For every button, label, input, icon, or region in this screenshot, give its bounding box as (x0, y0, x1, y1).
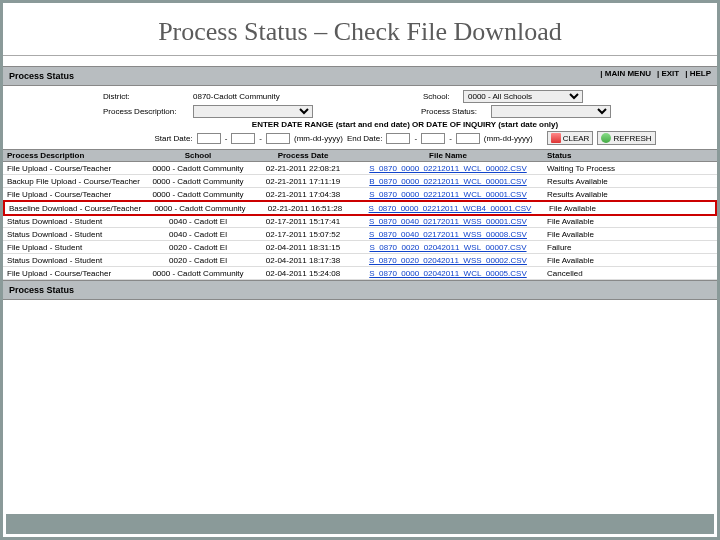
school-select[interactable]: 0000 - All Schools (463, 90, 583, 103)
pdesc-select[interactable] (193, 105, 313, 118)
cell-process-description: File Upload - Course/Teacher (3, 267, 143, 279)
table-row: Baseline Download - Course/Teacher0000 -… (3, 200, 717, 216)
exit-link[interactable]: | EXIT (657, 67, 679, 81)
pdesc-label: Process Description: (103, 107, 193, 116)
cell-process-date: 02-04-2011 15:24:08 (253, 267, 353, 279)
cell-school: 0000 - Cadott Community (143, 267, 253, 279)
cell-status: File Available (543, 228, 663, 240)
cell-file-name[interactable]: S_0870_0000_02212011_WCL_00002.CSV (353, 162, 543, 174)
slide-footer-bar (6, 514, 714, 534)
end-yy[interactable] (456, 133, 480, 144)
cell-process-date: 02-21-2011 16:51:28 (255, 202, 355, 214)
end-date-label: End Date: (347, 134, 383, 143)
cell-status: File Available (543, 215, 663, 227)
refresh-icon (601, 133, 611, 143)
cell-file-name[interactable]: S_0870_0020_02042011_WSS_00002.CSV (353, 254, 543, 266)
cell-process-description: Status Download - Student (3, 228, 143, 240)
table-row: File Upload - Student0020 - Cadott El02-… (3, 241, 717, 254)
help-link[interactable]: | HELP (685, 67, 711, 81)
cell-file-name[interactable]: B_0870_0000_02212011_WCL_00001.CSV (353, 175, 543, 187)
slide-title: Process Status – Check File Download (3, 3, 717, 49)
school-label: School: (423, 92, 463, 101)
cell-process-date: 02-21-2011 22:08:21 (253, 162, 353, 174)
cell-process-date: 02-04-2011 18:17:38 (253, 254, 353, 266)
cell-file-name[interactable]: S_0870_0000_02212011_WCB4_00001.CSV (355, 202, 545, 214)
start-dd[interactable] (231, 133, 255, 144)
table-body: File Upload - Course/Teacher0000 - Cadot… (3, 162, 717, 280)
col-status[interactable]: Status (543, 150, 663, 161)
cell-status: Results Available (543, 175, 663, 187)
cell-file-name[interactable]: S_0870_0040_02172011_WSS_00008.CSV (353, 228, 543, 240)
cell-process-description: File Upload - Course/Teacher (3, 188, 143, 200)
cell-process-date: 02-04-2011 18:31:15 (253, 241, 353, 253)
cell-status: File Available (543, 254, 663, 266)
cell-school: 0000 - Cadott Community (143, 188, 253, 200)
refresh-button[interactable]: REFRESH (597, 131, 655, 145)
pstatus-select[interactable] (491, 105, 611, 118)
table-row: File Upload - Course/Teacher0000 - Cadot… (3, 162, 717, 175)
cell-school: 0000 - Cadott Community (145, 202, 255, 214)
cell-school: 0040 - Cadott El (143, 228, 253, 240)
cell-process-description: File Upload - Course/Teacher (3, 162, 143, 174)
cell-process-description: Baseline Download - Course/Teacher (5, 202, 145, 214)
cell-file-name[interactable]: S_0870_0000_02212011_WCL_00001.CSV (353, 188, 543, 200)
col-process-description[interactable]: Process Description (3, 150, 143, 161)
table-row: Backup File Upload - Course/Teacher0000 … (3, 175, 717, 188)
filter-area: District: 0870-Cadott Community School: … (3, 86, 717, 149)
cell-process-date: 02-17-2011 15:07:52 (253, 228, 353, 240)
footer-header: Process Status (3, 280, 717, 300)
cell-process-description: Status Download - Student (3, 215, 143, 227)
cell-status: Results Available (543, 188, 663, 200)
clear-button[interactable]: CLEAR (547, 131, 594, 145)
table-row: Status Download - Student0020 - Cadott E… (3, 254, 717, 267)
cell-process-description: Status Download - Student (3, 254, 143, 266)
table-row: File Upload - Course/Teacher0000 - Cadot… (3, 267, 717, 280)
end-fmt: (mm-dd-yyyy) (484, 134, 533, 143)
cell-file-name[interactable]: S_0870_0000_02042011_WCL_00005.CSV (353, 267, 543, 279)
cell-school: 0020 - Cadott El (143, 241, 253, 253)
pstatus-label: Process Status: (421, 107, 491, 116)
cell-school: 0000 - Cadott Community (143, 175, 253, 187)
cell-status: Cancelled (543, 267, 663, 279)
main-menu-link[interactable]: | MAIN MENU (600, 67, 651, 81)
start-yy[interactable] (266, 133, 290, 144)
table-row: Status Download - Student0040 - Cadott E… (3, 215, 717, 228)
panel-header: Process Status | MAIN MENU | EXIT | HELP (3, 66, 717, 86)
cell-file-name[interactable]: S_0870_0020_02042011_WSL_00007.CSV (353, 241, 543, 253)
cell-school: 0000 - Cadott Community (143, 162, 253, 174)
cell-school: 0020 - Cadott El (143, 254, 253, 266)
col-school[interactable]: School (143, 150, 253, 161)
clear-icon (551, 133, 561, 143)
cell-status: File Available (545, 202, 665, 214)
cell-school: 0040 - Cadott El (143, 215, 253, 227)
start-date-label: Start Date: (154, 134, 192, 143)
district-label: District: (103, 92, 193, 101)
cell-process-description: File Upload - Student (3, 241, 143, 253)
cell-status: Failure (543, 241, 663, 253)
cell-process-description: Backup File Upload - Course/Teacher (3, 175, 143, 187)
end-mm[interactable] (386, 133, 410, 144)
end-dd[interactable] (421, 133, 445, 144)
cell-process-date: 02-21-2011 17:11:19 (253, 175, 353, 187)
cell-status: Waiting To Process (543, 162, 663, 174)
cell-process-date: 02-21-2011 17:04:38 (253, 188, 353, 200)
start-mm[interactable] (197, 133, 221, 144)
table-header: Process Description School Process Date … (3, 149, 717, 162)
col-file-name[interactable]: File Name (353, 150, 543, 161)
start-fmt: (mm-dd-yyyy) (294, 134, 343, 143)
cell-process-date: 02-17-2011 15:17:41 (253, 215, 353, 227)
table-row: File Upload - Course/Teacher0000 - Cadot… (3, 188, 717, 201)
district-value: 0870-Cadott Community (193, 92, 423, 101)
col-process-date[interactable]: Process Date (253, 150, 353, 161)
cell-file-name[interactable]: S_0870_0040_02172011_WSS_00001.CSV (353, 215, 543, 227)
panel-heading: Process Status (9, 71, 74, 81)
date-range-note: ENTER DATE RANGE (start and end date) OR… (103, 120, 707, 129)
table-row: Status Download - Student0040 - Cadott E… (3, 228, 717, 241)
